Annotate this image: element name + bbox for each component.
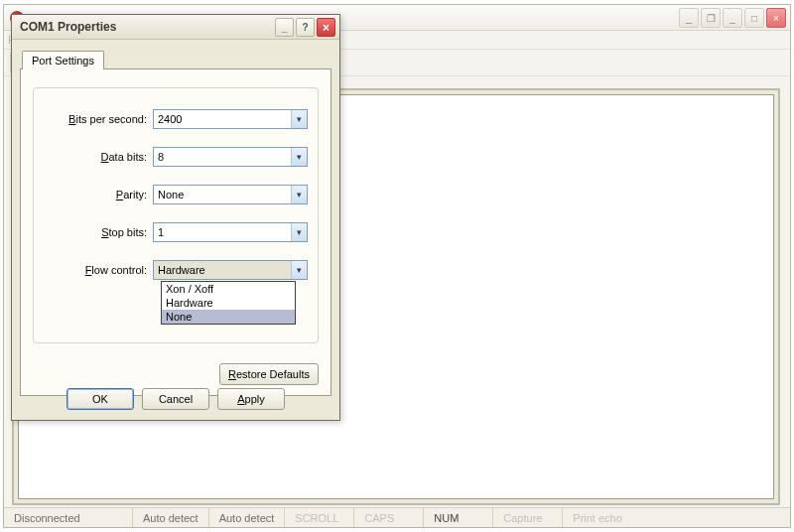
flow-label: Flow control: <box>42 264 153 276</box>
bps-label: Bits per second: <box>42 113 153 125</box>
status-caps: CAPS <box>354 508 424 527</box>
databits-value: 8 <box>158 151 164 163</box>
ok-button[interactable]: OK <box>66 388 134 410</box>
status-echo: Print echo <box>563 508 632 527</box>
dialog-title: COM1 Properties <box>20 20 116 34</box>
flow-option-xonxoff[interactable]: Xon / Xoff <box>162 282 295 296</box>
restore-defaults-button[interactable]: Restore Defaults <box>219 363 319 385</box>
bps-row: Bits per second: 2400 ▾ <box>42 108 308 129</box>
chevron-down-icon: ▾ <box>291 261 307 279</box>
main-maximize-button[interactable]: □ <box>744 8 764 28</box>
cancel-button[interactable]: Cancel <box>142 388 209 410</box>
flow-option-none[interactable]: None <box>162 310 295 324</box>
parity-select[interactable]: None ▾ <box>153 185 308 204</box>
dialog-help-button[interactable]: ? <box>296 18 315 37</box>
databits-select[interactable]: 8 ▾ <box>153 147 308 167</box>
status-detect2: Auto detect <box>209 508 286 527</box>
chevron-down-icon: ▾ <box>291 148 307 166</box>
tab-strip: Port Settings <box>22 48 331 69</box>
com1-properties-dialog: COM1 Properties _ ? × Port Settings Bits… <box>11 14 340 421</box>
flow-select[interactable]: Hardware ▾ <box>153 260 308 280</box>
bps-value: 2400 <box>158 113 182 125</box>
flow-dropdown-list: Xon / Xoff Hardware None <box>161 281 296 325</box>
main-minimize-button[interactable]: _ <box>723 8 742 28</box>
apply-button[interactable]: Apply <box>217 388 285 410</box>
status-scroll: SCROLL <box>285 508 354 527</box>
stopbits-select[interactable]: 1 ▾ <box>153 222 308 242</box>
stopbits-row: Stop bits: 1 ▾ <box>42 221 308 242</box>
flow-option-hardware[interactable]: Hardware <box>162 296 295 310</box>
status-num: NUM <box>424 508 493 527</box>
main-shrink2-button[interactable]: ❐ <box>701 8 721 28</box>
stopbits-value: 1 <box>158 226 164 238</box>
stopbits-label: Stop bits: <box>42 226 153 238</box>
parity-value: None <box>158 189 184 200</box>
parity-label: Parity: <box>42 189 153 200</box>
statusbar: Disconnected Auto detect Auto detect SCR… <box>4 507 790 527</box>
status-connection: Disconnected <box>4 508 133 527</box>
settings-groupbox: Bits per second: 2400 ▾ Data bits: 8 ▾ P… <box>33 87 319 343</box>
chevron-down-icon: ▾ <box>291 223 307 241</box>
main-close-button[interactable]: × <box>766 8 786 28</box>
chevron-down-icon: ▾ <box>291 110 307 128</box>
tab-port-settings[interactable]: Port Settings <box>22 51 104 69</box>
dialog-titlebar: COM1 Properties _ ? × <box>12 15 339 40</box>
dialog-close-button[interactable]: × <box>317 18 335 37</box>
flow-value: Hardware <box>158 264 205 276</box>
status-detect1: Auto detect <box>133 508 209 527</box>
parity-row: Parity: None ▾ <box>42 184 308 204</box>
flow-row: Flow control: Hardware ▾ <box>42 259 308 280</box>
bps-select[interactable]: 2400 ▾ <box>153 109 308 129</box>
main-shrink1-button[interactable]: ⎯ <box>679 8 699 28</box>
chevron-down-icon: ▾ <box>291 186 307 203</box>
port-settings-panel: Bits per second: 2400 ▾ Data bits: 8 ▾ P… <box>20 68 331 396</box>
databits-row: Data bits: 8 ▾ <box>42 146 308 167</box>
dialog-action-row: OK Cancel Apply <box>12 388 339 410</box>
databits-label: Data bits: <box>42 151 153 163</box>
dialog-minimize-button[interactable]: _ <box>275 18 294 37</box>
status-capture: Capture <box>493 508 563 527</box>
